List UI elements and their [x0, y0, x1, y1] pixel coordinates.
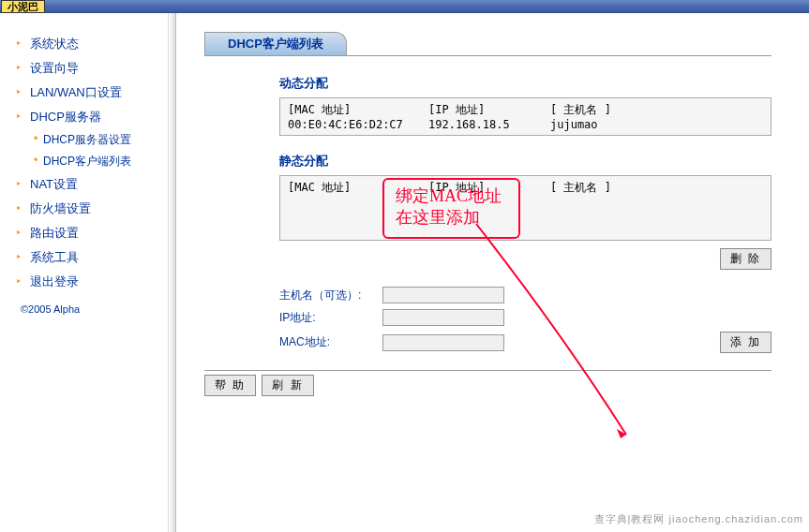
- nav-firewall[interactable]: 防火墙设置: [17, 197, 158, 221]
- refresh-button[interactable]: 刷 新: [262, 375, 313, 396]
- nav-lan-wan[interactable]: LAN/WAN口设置: [17, 81, 158, 105]
- nav-dhcp-server-settings[interactable]: DHCP服务器设置: [17, 129, 158, 151]
- static-table: [MAC 地址] [IP 地址] [ 主机名 ]: [279, 175, 772, 241]
- table-row[interactable]: 00:E0:4C:E6:D2:C7 192.168.18.5 jujumao: [288, 118, 763, 131]
- page-title: DHCP客户端列表: [204, 32, 347, 55]
- divider: [169, 13, 176, 532]
- cell-mac: 00:E0:4C:E6:D2:C7: [288, 118, 428, 131]
- separator: [204, 370, 772, 371]
- main-content: DHCP客户端列表 动态分配 [MAC 地址] [IP 地址] [ 主机名 ] …: [176, 13, 809, 532]
- dynamic-section: 动态分配 [MAC 地址] [IP 地址] [ 主机名 ] 00:E0:4C:E…: [279, 75, 772, 136]
- mac-label: MAC地址:: [279, 334, 382, 350]
- titlebar: 小泥巴: [0, 0, 809, 13]
- nav-logout[interactable]: 退出登录: [17, 270, 158, 294]
- ip-label: IP地址:: [279, 310, 382, 326]
- nav-system-tools[interactable]: 系统工具: [17, 245, 158, 270]
- col-host: [ 主机名 ]: [550, 180, 644, 196]
- nav-setup-wizard[interactable]: 设置向导: [17, 56, 158, 81]
- dynamic-table: [MAC 地址] [IP 地址] [ 主机名 ] 00:E0:4C:E6:D2:…: [279, 97, 772, 136]
- add-button[interactable]: 添 加: [720, 332, 772, 353]
- col-host: [ 主机名 ]: [550, 102, 644, 118]
- hostname-label: 主机名（可选）:: [279, 288, 382, 303]
- cell-host: jujumao: [550, 118, 644, 131]
- nav-system-status[interactable]: 系统状态: [17, 32, 158, 56]
- hostname-input[interactable]: [382, 287, 504, 303]
- cell-ip: 192.168.18.5: [428, 118, 550, 131]
- mac-input[interactable]: [382, 334, 504, 351]
- nav-nat[interactable]: NAT设置: [17, 172, 158, 197]
- nav-dhcp-server[interactable]: DHCP服务器: [17, 105, 158, 129]
- titlebar-label: 小泥巴: [1, 0, 45, 13]
- sidebar: 系统状态 设置向导 LAN/WAN口设置 DHCP服务器 DHCP服务器设置 D…: [0, 13, 169, 532]
- dynamic-title: 动态分配: [279, 75, 772, 92]
- help-button[interactable]: 帮 助: [204, 375, 256, 396]
- nav-routing[interactable]: 路由设置: [17, 221, 158, 245]
- col-mac: [MAC 地址]: [288, 102, 428, 118]
- annotation-line1: 绑定MAC地址: [396, 185, 502, 207]
- form-section: 主机名（可选）: IP地址: MAC地址: 添 加: [279, 287, 772, 353]
- static-section: 静态分配 [MAC 地址] [IP 地址] [ 主机名 ] 删 除: [279, 153, 772, 270]
- col-ip: [IP 地址]: [428, 102, 550, 118]
- static-title: 静态分配: [279, 153, 772, 170]
- copyright: ©2005 Alpha: [17, 303, 158, 315]
- delete-button[interactable]: 删 除: [720, 248, 772, 270]
- ip-input[interactable]: [382, 309, 504, 326]
- annotation-box: 绑定MAC地址 在这里添加: [382, 178, 520, 239]
- watermark: 查字典|教程网 jiaocheng.chazidian.com: [594, 512, 803, 526]
- annotation-line2: 在这里添加: [396, 207, 502, 229]
- nav-dhcp-client-list[interactable]: DHCP客户端列表: [17, 151, 158, 172]
